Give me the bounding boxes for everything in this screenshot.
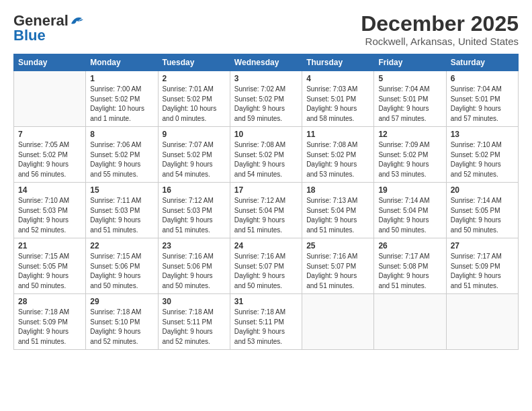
col-sunday: Sunday bbox=[14, 54, 86, 71]
day-info: Sunrise: 7:16 AMSunset: 5:07 PMDaylight:… bbox=[234, 252, 298, 291]
col-friday: Friday bbox=[374, 54, 446, 71]
day-number: 5 bbox=[378, 74, 441, 83]
day-number: 13 bbox=[451, 130, 514, 139]
day-number: 26 bbox=[378, 241, 441, 250]
day-number: 14 bbox=[18, 185, 81, 195]
calendar-cell: 2Sunrise: 7:01 AMSunset: 5:02 PMDaylight… bbox=[158, 71, 230, 127]
calendar-cell: 26Sunrise: 7:17 AMSunset: 5:08 PMDayligh… bbox=[374, 238, 446, 294]
day-info: Sunrise: 7:04 AMSunset: 5:01 PMDaylight:… bbox=[378, 85, 441, 124]
day-info: Sunrise: 7:11 AMSunset: 5:03 PMDaylight:… bbox=[90, 196, 153, 235]
calendar-table: Sunday Monday Tuesday Wednesday Thursday… bbox=[13, 54, 519, 350]
day-number: 23 bbox=[163, 241, 226, 250]
day-number: 8 bbox=[90, 130, 153, 139]
col-monday: Monday bbox=[86, 54, 158, 71]
calendar-cell: 10Sunrise: 7:08 AMSunset: 5:02 PMDayligh… bbox=[230, 127, 302, 183]
col-saturday: Saturday bbox=[446, 54, 518, 71]
calendar-cell: 27Sunrise: 7:17 AMSunset: 5:09 PMDayligh… bbox=[446, 238, 518, 294]
day-info: Sunrise: 7:02 AMSunset: 5:02 PMDaylight:… bbox=[234, 85, 298, 124]
title-area: December 2025 Rockwell, Arkansas, United… bbox=[361, 12, 519, 47]
day-info: Sunrise: 7:12 AMSunset: 5:03 PMDaylight:… bbox=[163, 196, 226, 235]
calendar-cell: 17Sunrise: 7:12 AMSunset: 5:04 PMDayligh… bbox=[230, 183, 302, 238]
calendar-cell: 20Sunrise: 7:14 AMSunset: 5:05 PMDayligh… bbox=[446, 183, 518, 238]
calendar-week-row: 14Sunrise: 7:10 AMSunset: 5:03 PMDayligh… bbox=[14, 183, 519, 238]
day-info: Sunrise: 7:05 AMSunset: 5:02 PMDaylight:… bbox=[18, 140, 81, 179]
day-number: 2 bbox=[163, 74, 226, 83]
calendar-cell: 7Sunrise: 7:05 AMSunset: 5:02 PMDaylight… bbox=[14, 127, 86, 183]
day-info: Sunrise: 7:12 AMSunset: 5:04 PMDaylight:… bbox=[234, 196, 298, 235]
calendar-week-row: 28Sunrise: 7:18 AMSunset: 5:09 PMDayligh… bbox=[14, 294, 519, 350]
day-info: Sunrise: 7:16 AMSunset: 5:06 PMDaylight:… bbox=[163, 252, 226, 291]
calendar-cell: 3Sunrise: 7:02 AMSunset: 5:02 PMDaylight… bbox=[230, 71, 302, 127]
day-number: 16 bbox=[163, 185, 226, 195]
calendar-cell: 23Sunrise: 7:16 AMSunset: 5:06 PMDayligh… bbox=[158, 238, 230, 294]
day-info: Sunrise: 7:01 AMSunset: 5:02 PMDaylight:… bbox=[163, 85, 226, 124]
calendar-cell: 18Sunrise: 7:13 AMSunset: 5:04 PMDayligh… bbox=[302, 183, 374, 238]
calendar-cell: 5Sunrise: 7:04 AMSunset: 5:01 PMDaylight… bbox=[374, 71, 446, 127]
day-info: Sunrise: 7:15 AMSunset: 5:06 PMDaylight:… bbox=[90, 252, 153, 291]
calendar-cell: 25Sunrise: 7:16 AMSunset: 5:07 PMDayligh… bbox=[302, 238, 374, 294]
calendar-cell: 19Sunrise: 7:14 AMSunset: 5:04 PMDayligh… bbox=[374, 183, 446, 238]
col-thursday: Thursday bbox=[302, 54, 374, 71]
day-number: 17 bbox=[234, 185, 298, 195]
calendar-cell: 15Sunrise: 7:11 AMSunset: 5:03 PMDayligh… bbox=[86, 183, 158, 238]
location-subtitle: Rockwell, Arkansas, United States bbox=[361, 36, 519, 47]
calendar-cell: 16Sunrise: 7:12 AMSunset: 5:03 PMDayligh… bbox=[158, 183, 230, 238]
day-info: Sunrise: 7:14 AMSunset: 5:05 PMDaylight:… bbox=[451, 196, 514, 235]
logo-bird-icon bbox=[70, 14, 85, 28]
day-number: 21 bbox=[18, 241, 81, 250]
day-info: Sunrise: 7:10 AMSunset: 5:03 PMDaylight:… bbox=[18, 196, 81, 235]
col-tuesday: Tuesday bbox=[158, 54, 230, 71]
day-info: Sunrise: 7:07 AMSunset: 5:02 PMDaylight:… bbox=[163, 140, 226, 179]
calendar-week-row: 7Sunrise: 7:05 AMSunset: 5:02 PMDaylight… bbox=[14, 127, 519, 183]
logo-blue: Blue bbox=[13, 27, 46, 44]
calendar-cell: 30Sunrise: 7:18 AMSunset: 5:11 PMDayligh… bbox=[158, 294, 230, 350]
day-info: Sunrise: 7:15 AMSunset: 5:05 PMDaylight:… bbox=[18, 252, 81, 291]
day-number: 1 bbox=[90, 74, 153, 83]
day-info: Sunrise: 7:06 AMSunset: 5:02 PMDaylight:… bbox=[90, 140, 153, 179]
day-info: Sunrise: 7:08 AMSunset: 5:02 PMDaylight:… bbox=[306, 140, 369, 179]
day-info: Sunrise: 7:04 AMSunset: 5:01 PMDaylight:… bbox=[451, 85, 514, 124]
calendar-cell: 22Sunrise: 7:15 AMSunset: 5:06 PMDayligh… bbox=[86, 238, 158, 294]
day-info: Sunrise: 7:03 AMSunset: 5:01 PMDaylight:… bbox=[306, 85, 369, 124]
day-number: 12 bbox=[378, 130, 441, 139]
day-number: 3 bbox=[234, 74, 298, 83]
calendar-week-row: 1Sunrise: 7:00 AMSunset: 5:02 PMDaylight… bbox=[14, 71, 519, 127]
page: General Blue December 2025 Rockwell, Ark… bbox=[0, 0, 532, 411]
calendar-cell: 8Sunrise: 7:06 AMSunset: 5:02 PMDaylight… bbox=[86, 127, 158, 183]
day-number: 11 bbox=[306, 130, 369, 139]
day-info: Sunrise: 7:10 AMSunset: 5:02 PMDaylight:… bbox=[451, 140, 514, 179]
calendar-body: 1Sunrise: 7:00 AMSunset: 5:02 PMDaylight… bbox=[14, 71, 519, 350]
day-number: 15 bbox=[90, 185, 153, 195]
col-wednesday: Wednesday bbox=[230, 54, 302, 71]
calendar-cell bbox=[14, 71, 86, 127]
calendar-cell: 24Sunrise: 7:16 AMSunset: 5:07 PMDayligh… bbox=[230, 238, 302, 294]
logo: General Blue bbox=[13, 12, 85, 44]
header: General Blue December 2025 Rockwell, Ark… bbox=[13, 12, 519, 47]
day-info: Sunrise: 7:18 AMSunset: 5:10 PMDaylight:… bbox=[90, 308, 153, 347]
calendar-cell bbox=[446, 294, 518, 350]
day-number: 25 bbox=[306, 241, 369, 250]
calendar-cell: 21Sunrise: 7:15 AMSunset: 5:05 PMDayligh… bbox=[14, 238, 86, 294]
month-year-title: December 2025 bbox=[361, 12, 519, 36]
day-number: 20 bbox=[451, 185, 514, 195]
calendar-cell bbox=[302, 294, 374, 350]
day-number: 9 bbox=[163, 130, 226, 139]
calendar-cell: 31Sunrise: 7:18 AMSunset: 5:11 PMDayligh… bbox=[230, 294, 302, 350]
day-info: Sunrise: 7:17 AMSunset: 5:08 PMDaylight:… bbox=[378, 252, 441, 291]
day-number: 29 bbox=[90, 297, 153, 306]
calendar-cell: 1Sunrise: 7:00 AMSunset: 5:02 PMDaylight… bbox=[86, 71, 158, 127]
calendar-cell: 28Sunrise: 7:18 AMSunset: 5:09 PMDayligh… bbox=[14, 294, 86, 350]
day-number: 28 bbox=[18, 297, 81, 306]
day-info: Sunrise: 7:08 AMSunset: 5:02 PMDaylight:… bbox=[234, 140, 298, 179]
day-number: 30 bbox=[163, 297, 226, 306]
calendar-cell: 14Sunrise: 7:10 AMSunset: 5:03 PMDayligh… bbox=[14, 183, 86, 238]
calendar-cell: 6Sunrise: 7:04 AMSunset: 5:01 PMDaylight… bbox=[446, 71, 518, 127]
day-number: 6 bbox=[451, 74, 514, 83]
day-number: 19 bbox=[378, 185, 441, 195]
day-number: 24 bbox=[234, 241, 298, 250]
day-info: Sunrise: 7:18 AMSunset: 5:09 PMDaylight:… bbox=[18, 308, 81, 347]
day-info: Sunrise: 7:13 AMSunset: 5:04 PMDaylight:… bbox=[306, 196, 369, 235]
day-info: Sunrise: 7:09 AMSunset: 5:02 PMDaylight:… bbox=[378, 140, 441, 179]
day-number: 22 bbox=[90, 241, 153, 250]
day-info: Sunrise: 7:14 AMSunset: 5:04 PMDaylight:… bbox=[378, 196, 441, 235]
